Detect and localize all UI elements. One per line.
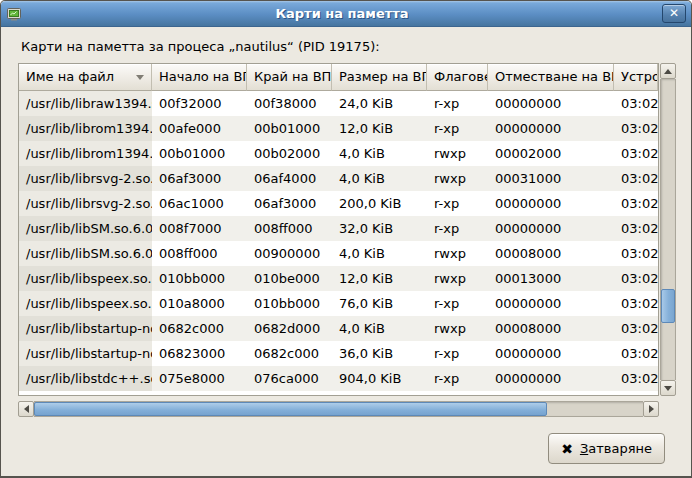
table-row[interactable]: /usr/lib/libSM.so.6.0.0008f7000008ff0003… <box>19 216 658 241</box>
vertical-scrollbar[interactable] <box>660 63 676 396</box>
cell-vm_end: 0682d000 <box>247 316 332 341</box>
scroll-left-button[interactable] <box>18 401 34 417</box>
column-header-filename[interactable]: Име на файл <box>19 64 152 91</box>
cell-vm_start: 06ac1000 <box>152 191 247 216</box>
cell-filename: /usr/lib/libstartup-not <box>19 341 152 366</box>
memory-maps-scrolled-area: Име на файлНачало на ВПКрай на ВПРазмер … <box>18 63 676 417</box>
horizontal-scrollbar[interactable] <box>18 401 659 417</box>
cell-flags: r-xp <box>427 366 488 391</box>
sort-descending-icon <box>136 75 144 80</box>
table-row[interactable]: /usr/lib/libstdc++.so.075e8000076ca00090… <box>19 366 658 391</box>
cell-vm_size: 36,0 KiB <box>332 341 427 366</box>
scroll-down-button[interactable] <box>660 380 676 396</box>
memory-maps-dialog: Карти на паметта ✕ Карти на паметта за п… <box>0 0 692 478</box>
cell-device: 03:02 <box>614 266 658 291</box>
cell-filename: /usr/lib/libraw1394.s <box>19 91 152 116</box>
column-header-device[interactable]: Устройство <box>614 64 658 91</box>
cell-filename: /usr/lib/libspeex.so.1 <box>19 291 152 316</box>
cell-filename: /usr/lib/libstartup-not <box>19 316 152 341</box>
cell-vm_size: 4,0 KiB <box>332 141 427 166</box>
table-header-row: Име на файлНачало на ВПКрай на ВПРазмер … <box>19 64 658 91</box>
cell-vm_size: 4,0 KiB <box>332 166 427 191</box>
column-header-flags[interactable]: Флагове <box>427 64 488 91</box>
close-button-label: Затваряне <box>580 441 652 456</box>
cell-flags: r-xp <box>427 91 488 116</box>
cell-device: 03:02 <box>614 316 658 341</box>
cell-vm_size: 12,0 KiB <box>332 266 427 291</box>
cell-filename: /usr/lib/libSM.so.6.0.0 <box>19 241 152 266</box>
column-header-vm_end[interactable]: Край на ВП <box>247 64 332 91</box>
cell-device: 03:02 <box>614 116 658 141</box>
cell-vm_offset: 00000000 <box>488 191 614 216</box>
table-row[interactable]: /usr/lib/libstartup-not0682c0000682d0004… <box>19 316 658 341</box>
cell-vm_start: 010a8000 <box>152 291 247 316</box>
cell-vm_start: 06af3000 <box>152 166 247 191</box>
table-row[interactable]: /usr/lib/libstartup-not068230000682c0003… <box>19 341 658 366</box>
cell-vm_start: 0682c000 <box>152 316 247 341</box>
cell-vm_size: 200,0 KiB <box>332 191 427 216</box>
close-dialog-button[interactable]: ✖ Затваряне <box>548 433 665 464</box>
table-row[interactable]: /usr/lib/libraw1394.s00f3200000f3800024,… <box>19 91 658 116</box>
cell-filename: /usr/lib/librsvg-2.so.2 <box>19 191 152 216</box>
cell-flags: rwxp <box>427 266 488 291</box>
table-row[interactable]: /usr/lib/librsvg-2.so.206af300006af40004… <box>19 166 658 191</box>
memory-maps-table: Име на файлНачало на ВПКрай на ВПРазмер … <box>18 63 659 396</box>
cell-device: 03:02 <box>614 191 658 216</box>
column-header-vm_start[interactable]: Начало на ВП <box>152 64 247 91</box>
cell-vm_end: 0682c000 <box>247 341 332 366</box>
cell-vm_end: 00b01000 <box>247 116 332 141</box>
column-header-vm_offset[interactable]: Отместване на ВП <box>488 64 614 91</box>
vertical-scrollbar-thumb[interactable] <box>661 289 675 323</box>
table-row[interactable]: /usr/lib/libSM.so.6.0.0008ff000009000004… <box>19 241 658 266</box>
cell-vm_start: 06823000 <box>152 341 247 366</box>
cell-vm_offset: 00000000 <box>488 366 614 391</box>
cell-device: 03:02 <box>614 166 658 191</box>
cell-vm_offset: 00000000 <box>488 116 614 141</box>
cell-flags: rwxp <box>427 141 488 166</box>
scroll-down-icon <box>664 386 672 391</box>
close-x-icon: ✖ <box>561 442 573 456</box>
column-header-label: Размер на ВП <box>339 69 427 84</box>
column-header-label: Име на файл <box>26 69 114 84</box>
table-row[interactable]: /usr/lib/libspeex.so.1010bb000010be00012… <box>19 266 658 291</box>
cell-flags: rwxp <box>427 241 488 266</box>
cell-vm_size: 32,0 KiB <box>332 216 427 241</box>
cell-vm_offset: 00000000 <box>488 91 614 116</box>
table-body: /usr/lib/libraw1394.s00f3200000f3800024,… <box>19 91 658 391</box>
cell-vm_offset: 00031000 <box>488 166 614 191</box>
cell-device: 03:02 <box>614 91 658 116</box>
vertical-scrollbar-track[interactable] <box>660 79 676 380</box>
cell-filename: /usr/lib/librsvg-2.so.2 <box>19 166 152 191</box>
table-row[interactable]: /usr/lib/librom1394.s00b0100000b020004,0… <box>19 141 658 166</box>
close-icon: ✕ <box>669 6 679 20</box>
cell-vm_start: 008f7000 <box>152 216 247 241</box>
horizontal-scrollbar-thumb[interactable] <box>34 402 547 416</box>
horizontal-scrollbar-track[interactable] <box>34 401 643 417</box>
cell-vm_start: 00afe000 <box>152 116 247 141</box>
cell-vm_end: 00f38000 <box>247 91 332 116</box>
cell-vm_offset: 00008000 <box>488 316 614 341</box>
window-title: Карти на паметта <box>22 6 662 21</box>
scroll-right-button[interactable] <box>643 401 659 417</box>
table-row[interactable]: /usr/lib/librsvg-2.so.206ac100006af30002… <box>19 191 658 216</box>
window-close-button[interactable]: ✕ <box>662 4 686 23</box>
cell-vm_end: 00900000 <box>247 241 332 266</box>
cell-vm_start: 00b01000 <box>152 141 247 166</box>
column-header-label: Устройство <box>621 69 658 84</box>
table-row[interactable]: /usr/lib/librom1394.s00afe00000b0100012,… <box>19 116 658 141</box>
cell-device: 03:02 <box>614 141 658 166</box>
cell-flags: r-xp <box>427 341 488 366</box>
table-row[interactable]: /usr/lib/libspeex.so.1010a8000010bb00076… <box>19 291 658 316</box>
cell-device: 03:02 <box>614 341 658 366</box>
cell-vm_size: 904,0 KiB <box>332 366 427 391</box>
titlebar[interactable]: Карти на паметта ✕ <box>1 1 691 27</box>
cell-vm_offset: 00013000 <box>488 266 614 291</box>
column-header-label: Начало на ВП <box>159 69 247 84</box>
cell-vm_start: 075e8000 <box>152 366 247 391</box>
dialog-action-area: ✖ Затваряне <box>548 433 665 464</box>
column-header-vm_size[interactable]: Размер на ВП <box>332 64 427 91</box>
cell-filename: /usr/lib/libstdc++.so. <box>19 366 152 391</box>
scroll-up-icon <box>664 69 672 74</box>
cell-flags: r-xp <box>427 291 488 316</box>
scroll-up-button[interactable] <box>660 63 676 79</box>
